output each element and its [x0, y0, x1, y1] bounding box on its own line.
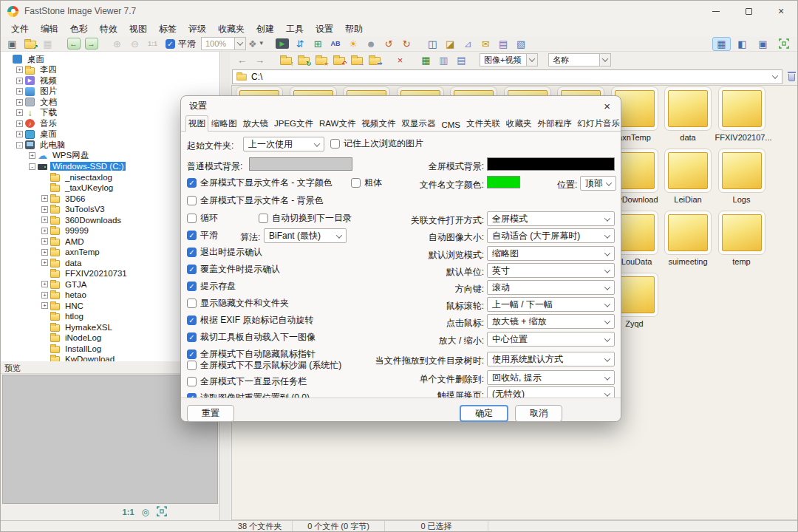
show-taskbar-checkbox[interactable]: 全屏模式下一直显示任务栏	[187, 375, 307, 388]
tab-view[interactable]: 视图	[185, 115, 208, 132]
preview-fit-icon[interactable]	[157, 506, 167, 519]
email-button[interactable]: ✉	[478, 37, 494, 51]
tree-item[interactable]: +视频	[1, 75, 219, 86]
reset-button[interactable]: 重置	[187, 405, 234, 422]
expand-icon[interactable]: +	[29, 152, 35, 159]
menu-item-create[interactable]: 创建	[250, 21, 280, 37]
recycle-bin-icon[interactable]	[787, 72, 797, 81]
file-thumbnail[interactable]: Logs	[715, 149, 768, 204]
smooth-checkbox[interactable]: ✓平滑	[187, 229, 218, 242]
file-thumbnail[interactable]: data	[661, 86, 715, 142]
remember-last-image-checkbox[interactable]: 记住上次浏览的图片	[330, 137, 423, 150]
file-thumbnail[interactable]: LeiDian	[661, 149, 715, 204]
preview-pan-icon[interactable]: ◎	[142, 507, 149, 517]
confirm-exit-checkbox[interactable]: ✓退出时提示确认	[187, 246, 262, 259]
back-button[interactable]: ←	[234, 53, 250, 67]
mouse-wheel-select[interactable]: 上一幅 / 下一幅	[487, 297, 615, 312]
wallpaper-button[interactable]: ▧	[514, 37, 529, 51]
viewer-layout-button[interactable]: ◧	[733, 37, 751, 51]
exif-rotate-checkbox[interactable]: ✓根据 EXIF 原始标记自动旋转	[187, 314, 313, 327]
compare-images-button[interactable]: ◫	[425, 37, 440, 51]
zoom-inout-select[interactable]: 中心位置	[487, 332, 615, 347]
expand-icon[interactable]: +	[41, 281, 48, 287]
details-view-button[interactable]: ▤	[454, 53, 469, 67]
address-combo[interactable]: C:\	[232, 69, 782, 84]
rotate-left-button[interactable]: ↺	[381, 37, 397, 51]
menu-item-view[interactable]: 视图	[123, 21, 153, 37]
fullscreen-bg-swatch[interactable]	[487, 157, 615, 171]
copy-image-button[interactable]: ◪	[443, 37, 458, 51]
no-hourglass-checkbox[interactable]: 全屏模式下不显示鼠标沙漏 (系统忙)	[187, 359, 341, 372]
rotate-right-button[interactable]: ↻	[399, 37, 415, 51]
collapse-icon[interactable]: -	[29, 163, 35, 170]
expand-icon[interactable]: +	[16, 88, 23, 95]
recent-folder-button[interactable]: ↶	[331, 53, 347, 67]
refresh-folder-button[interactable]: ↻	[296, 53, 311, 67]
crop-autoload-checkbox[interactable]: ✓裁切工具板自动载入下一图像	[187, 331, 316, 344]
menu-item-effects[interactable]: 特效	[94, 21, 123, 37]
image-window-button[interactable]: ▣	[754, 37, 772, 51]
browse-mode-select[interactable]: 缩略图	[487, 246, 615, 261]
expand-icon[interactable]: +	[16, 131, 23, 137]
print-button[interactable]: ▤	[496, 37, 511, 51]
batch-rename-button[interactable]: AB	[328, 37, 344, 51]
expand-icon[interactable]: +	[41, 249, 48, 256]
red-eye-button[interactable]: ☻	[364, 37, 379, 51]
tab-file-association[interactable]: 文件关联	[463, 115, 503, 132]
menu-item-settings[interactable]: 设置	[310, 21, 339, 37]
menu-item-help[interactable]: 帮助	[339, 21, 369, 37]
show-hidden-checkbox[interactable]: 显示隐藏文件和文件夹	[187, 297, 289, 310]
tree-item[interactable]: +李四	[1, 65, 219, 76]
tab-raw[interactable]: RAW文件	[316, 115, 358, 132]
smooth-checkbox[interactable]: ✓平滑	[166, 38, 196, 50]
default-unit-select[interactable]: 英寸	[487, 263, 615, 278]
menu-item-file[interactable]: 文件	[5, 21, 35, 37]
auto-size-select[interactable]: 自动适合 (大于屏幕时)	[487, 228, 615, 243]
mouse-click-select[interactable]: 放大镜 + 缩放	[487, 314, 615, 329]
position-select[interactable]: 顶部	[580, 176, 616, 191]
browser-layout-button[interactable]: ▦	[712, 37, 731, 51]
tab-cms[interactable]: CMS	[438, 117, 463, 132]
adjust-lighting-button[interactable]: ☀	[346, 37, 361, 51]
slideshow-button[interactable]: ▶	[275, 37, 290, 51]
expand-icon[interactable]: +	[41, 238, 48, 245]
save-prompt-checkbox[interactable]: ✓提示存盘	[187, 280, 236, 293]
maximize-button[interactable]	[732, 1, 765, 21]
overwrite-confirm-checkbox[interactable]: ✓覆盖文件时提示确认	[187, 263, 280, 276]
expand-icon[interactable]: +	[16, 66, 23, 73]
ok-button[interactable]: 确定	[460, 405, 508, 422]
expand-icon[interactable]: +	[41, 195, 48, 202]
pan-tool-button[interactable]: ❖▼	[248, 37, 265, 51]
arrow-keys-select[interactable]: 滚动	[487, 280, 615, 295]
dialog-close-icon[interactable]: ×	[601, 100, 613, 112]
tab-jpeg[interactable]: JPEG文件	[271, 115, 316, 132]
file-thumbnail[interactable]: FFXIV202107...	[715, 86, 768, 142]
batch-convert-button[interactable]: ⇵	[293, 37, 308, 51]
fullscreen-button[interactable]	[774, 37, 793, 51]
minimize-button[interactable]	[700, 1, 732, 21]
filename-color-swatch[interactable]	[487, 176, 520, 188]
tab-magnifier[interactable]: 放大镜	[240, 115, 272, 132]
tree-item[interactable]: 桌面	[1, 54, 219, 65]
folder-up-button[interactable]: ↑	[278, 53, 293, 67]
move-to-folder-button[interactable]: →	[349, 53, 364, 67]
delete-button[interactable]: ×	[392, 53, 408, 67]
tab-external-programs[interactable]: 外部程序	[535, 115, 575, 132]
tab-dual-monitor[interactable]: 双显示器	[398, 115, 438, 132]
file-thumbnail[interactable]: suimeeting	[661, 211, 715, 266]
filter-combo[interactable]: 图像+视频	[480, 53, 538, 66]
expand-icon[interactable]: +	[16, 120, 23, 127]
scan-button[interactable]: ⊿	[460, 37, 476, 51]
tab-favorites[interactable]: 收藏夹	[503, 115, 535, 132]
loop-checkbox[interactable]: 循环	[187, 212, 218, 225]
fullscreen-filename-bg-checkbox[interactable]: 全屏模式下显示文件名 - 背景色	[187, 194, 324, 207]
menu-item-colors[interactable]: 色彩	[64, 21, 94, 37]
menu-item-rating[interactable]: 评级	[183, 21, 212, 37]
expand-icon[interactable]: +	[41, 216, 48, 223]
expand-icon[interactable]: +	[16, 109, 23, 116]
forward-button[interactable]: →	[252, 53, 267, 67]
menu-item-tag[interactable]: 标签	[153, 21, 183, 37]
next-image-button[interactable]: →	[83, 37, 99, 51]
cancel-button[interactable]: 取消	[515, 405, 562, 422]
capture-photo-button[interactable]: ▣	[4, 37, 20, 51]
